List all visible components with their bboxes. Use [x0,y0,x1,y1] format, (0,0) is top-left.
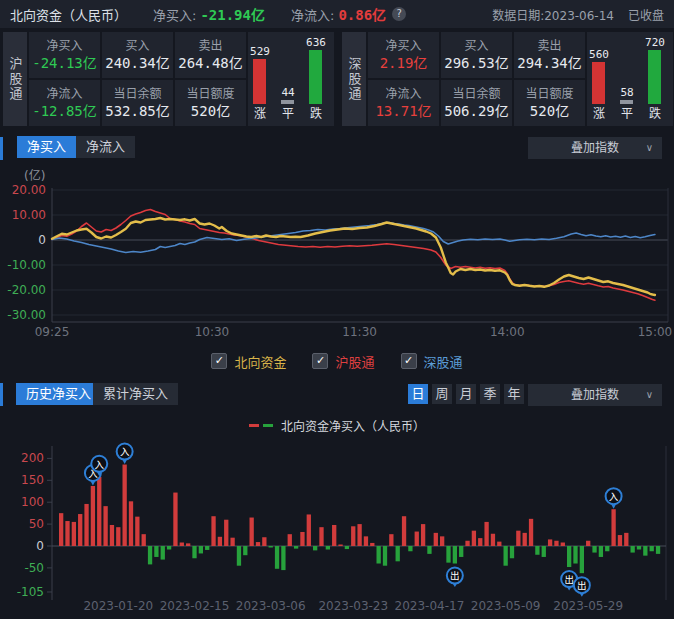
history-bar[interactable] [288,534,292,546]
history-bar[interactable] [326,546,330,550]
history-bar[interactable] [427,546,431,554]
legend-item-hugutong[interactable]: ✓ 沪股通 [312,352,374,371]
history-bar[interactable] [548,539,552,546]
history-bar[interactable] [592,546,596,553]
history-bar[interactable] [65,521,69,546]
history-bar[interactable] [643,546,647,556]
tab-intraday-net-buy[interactable]: 净买入 [17,136,76,158]
history-bar[interactable] [345,546,349,549]
history-bar[interactable] [319,527,323,546]
checkbox-hugutong[interactable]: ✓ [312,353,328,369]
tab-intraday-net-inflow[interactable]: 净流入 [76,136,135,158]
sell-marker[interactable]: 出 [447,568,463,588]
legend-item-shengutong[interactable]: ✓ 深股通 [401,352,463,371]
history-bar[interactable] [504,546,508,566]
tab-cumulative-net-buy[interactable]: 累计净买入 [93,383,178,405]
history-bar[interactable] [135,517,139,546]
period-button-week[interactable]: 周 [432,384,452,404]
history-bar[interactable] [497,542,501,546]
history-bar[interactable] [478,538,482,546]
history-overlay-index-dropdown[interactable]: 叠加指数 ∨ [528,384,662,406]
history-bar[interactable] [167,546,171,550]
legend-item-northbound[interactable]: ✓ 北向资金 [211,352,286,371]
history-bar[interactable] [78,514,82,546]
history-bar[interactable] [192,546,196,558]
history-bar[interactable] [59,513,63,546]
history-bar[interactable] [294,546,298,549]
history-bar[interactable] [275,546,279,569]
intraday-overlay-index-dropdown[interactable]: 叠加指数 ∨ [528,137,662,159]
history-bar[interactable] [415,532,419,546]
history-bar[interactable] [580,546,584,573]
history-bar[interactable] [205,546,209,550]
history-bar[interactable] [637,546,641,550]
history-bar[interactable] [116,527,120,546]
history-bar[interactable] [408,546,412,551]
history-bar[interactable] [459,546,463,557]
history-bar[interactable] [300,532,304,546]
history-bar[interactable] [364,536,368,546]
history-bar[interactable] [357,524,361,546]
history-bar[interactable] [199,546,203,553]
period-button-year[interactable]: 年 [504,384,524,404]
history-bar[interactable] [224,520,228,546]
history-bar[interactable] [389,534,393,546]
history-bar[interactable] [123,465,127,546]
history-bar[interactable] [281,546,285,570]
history-bar[interactable] [586,541,590,546]
history-bar[interactable] [465,541,469,546]
history-bar[interactable] [377,546,381,564]
period-button-day[interactable]: 日 [408,384,428,404]
history-bar[interactable] [351,526,355,546]
history-bar[interactable] [173,493,177,546]
history-bar[interactable] [383,546,387,566]
history-bar[interactable] [129,501,133,546]
history-bar[interactable] [313,546,317,550]
history-bar[interactable] [211,516,215,546]
history-bar[interactable] [262,537,266,546]
history-bar[interactable] [180,543,184,547]
history-bar[interactable] [535,546,539,555]
history-bar[interactable] [370,543,374,546]
history-bar[interactable] [453,546,457,564]
history-bar[interactable] [218,537,222,546]
history-bar[interactable] [491,534,495,546]
history-bar[interactable] [542,546,546,557]
history-bar[interactable] [529,519,533,546]
history-bar[interactable] [396,546,400,561]
history-bar[interactable] [72,522,76,546]
history-bar[interactable] [605,546,609,551]
checkbox-northbound[interactable]: ✓ [211,353,227,369]
history-bar[interactable] [516,531,520,546]
history-bar[interactable] [243,546,247,555]
history-bar[interactable] [84,504,88,546]
history-bar[interactable] [402,516,406,546]
history-bar[interactable] [110,525,114,546]
history-bar[interactable] [573,546,577,564]
history-bar[interactable] [307,514,311,546]
tab-history-net-buy[interactable]: 历史净买入 [16,383,101,405]
checkbox-shengutong[interactable]: ✓ [401,353,417,369]
history-bar[interactable] [237,546,241,566]
history-bar[interactable] [269,546,273,548]
history-bar[interactable] [103,506,107,546]
history-bar[interactable] [656,546,660,554]
history-bar[interactable] [618,535,622,546]
history-bar[interactable] [148,546,152,564]
sell-marker[interactable]: 出 [574,577,590,597]
history-bar[interactable] [567,546,571,567]
history-bar[interactable] [440,536,444,546]
history-bar[interactable] [523,533,527,546]
history-bar[interactable] [421,524,425,546]
history-bar[interactable] [338,545,342,547]
history-bar[interactable] [186,543,190,546]
history-bar[interactable] [250,518,254,546]
history-bar[interactable] [554,541,558,546]
history-bar[interactable] [434,533,438,546]
history-bar[interactable] [611,509,615,546]
history-bar[interactable] [650,546,654,551]
history-bar[interactable] [561,543,565,547]
history-bar[interactable] [332,525,336,546]
history-bar[interactable] [484,522,488,546]
period-button-quarter[interactable]: 季 [480,384,500,404]
